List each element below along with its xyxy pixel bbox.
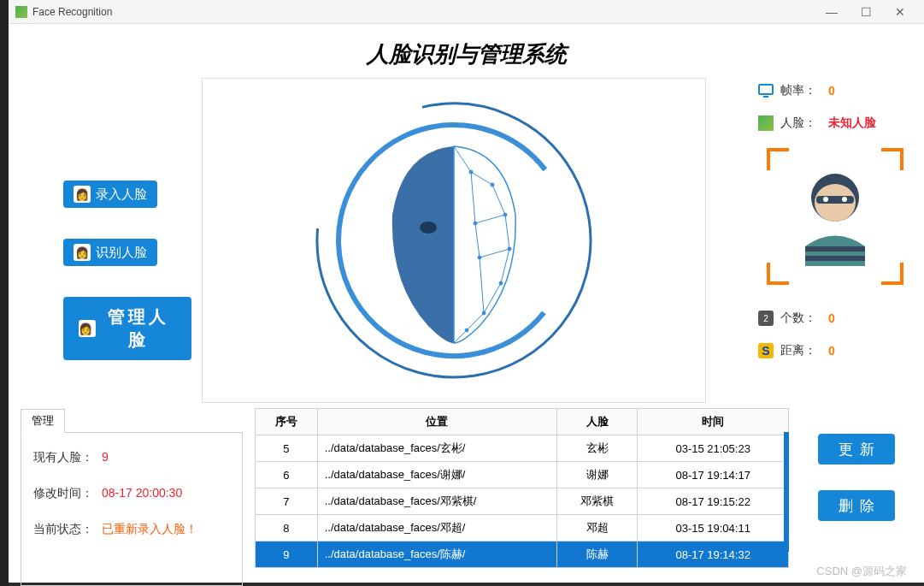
cell-name: 谢娜	[556, 462, 638, 488]
cell-no: 9	[256, 542, 318, 568]
monitor-icon	[758, 83, 774, 98]
cell-path: ../data/database_faces/玄彬/	[317, 435, 556, 462]
fps-label: 帧率：	[780, 83, 821, 98]
info-value: 08-17 20:00:30	[102, 486, 182, 501]
svg-line-12	[471, 172, 492, 185]
update-button[interactable]: 更新	[818, 434, 895, 465]
sidebar: 👩 录入人脸 👩 识别人脸 👩 管理人脸	[21, 78, 191, 403]
nav-label: 管理人脸	[101, 305, 176, 352]
cell-time: 03-15 21:05:23	[638, 435, 789, 462]
minimize-button[interactable]: —	[815, 5, 849, 19]
col-path: 位置	[317, 409, 556, 435]
maximize-button[interactable]: ☐	[849, 5, 883, 19]
cell-no: 7	[256, 488, 318, 515]
window-title: Face Recognition	[32, 6, 815, 18]
svg-line-14	[505, 215, 509, 249]
cell-no: 5	[256, 435, 318, 462]
face-label: 人脸：	[780, 115, 821, 131]
svg-line-21	[480, 257, 484, 313]
cell-path: ../data/database_faces/谢娜/	[317, 462, 556, 488]
cell-path: ../data/database_faces/邓超/	[317, 515, 556, 542]
col-no: 序号	[256, 409, 318, 435]
info-label: 修改时间：	[33, 486, 102, 501]
svg-line-17	[467, 313, 484, 330]
table-row[interactable]: 6../data/database_faces/谢娜/谢娜08-17 19:14…	[256, 462, 789, 488]
person-icon: 👩	[74, 244, 91, 261]
dist-label: 距离：	[780, 343, 821, 358]
tab-manage[interactable]: 管理	[21, 409, 65, 433]
delete-button[interactable]: 删除	[818, 490, 895, 521]
table-row[interactable]: 7../data/database_faces/邓紫棋/邓紫棋08-17 19:…	[256, 488, 789, 515]
svg-rect-32	[805, 246, 865, 252]
face-icon	[758, 115, 774, 131]
cell-path: ../data/database_faces/陈赫/	[317, 542, 556, 568]
svg-line-13	[492, 185, 505, 215]
dist-value: 0	[828, 344, 835, 358]
svg-rect-33	[805, 256, 865, 261]
avatar-icon	[788, 165, 882, 268]
cell-time: 03-15 19:04:11	[638, 515, 789, 542]
stats-panel: 帧率： 0 人脸： 未知人脸	[758, 78, 912, 403]
cell-name: 邓紫棋	[556, 488, 638, 515]
col-time: 时间	[638, 409, 789, 435]
cell-time: 08-17 19:14:32	[638, 542, 789, 568]
person-icon: 👩	[74, 186, 91, 203]
nav-label: 识别人脸	[96, 245, 147, 261]
svg-rect-25	[759, 85, 773, 94]
faces-table[interactable]: 序号 位置 人脸 时间 5../data/database_faces/玄彬/玄…	[255, 408, 789, 568]
table-row[interactable]: 5../data/database_faces/玄彬/玄彬03-15 21:05…	[256, 435, 789, 462]
table-row[interactable]: 9../data/database_faces/陈赫/陈赫08-17 19:14…	[256, 542, 789, 568]
page-header: 人脸识别与管理系统	[9, 24, 924, 78]
svg-line-15	[501, 249, 509, 283]
svg-point-30	[823, 197, 828, 202]
svg-line-23	[480, 249, 509, 257]
face-value: 未知人脸	[828, 115, 876, 131]
nav-enroll-face[interactable]: 👩 录入人脸	[63, 181, 157, 208]
svg-line-22	[475, 215, 505, 223]
col-name: 人脸	[556, 409, 638, 435]
watermark: CSDN @源码之家	[816, 564, 907, 579]
nav-manage-face[interactable]: 👩 管理人脸	[63, 297, 191, 360]
face-preview	[202, 78, 706, 403]
fps-value: 0	[828, 84, 835, 98]
info-label: 现有人脸：	[33, 450, 102, 465]
table-row[interactable]: 8../data/database_faces/邓超/邓超03-15 19:04…	[256, 515, 789, 542]
svg-line-11	[454, 146, 471, 172]
svg-point-24	[420, 222, 437, 234]
count-label: 个数：	[780, 311, 821, 326]
cell-name: 玄彬	[556, 435, 638, 462]
nav-recognize-face[interactable]: 👩 识别人脸	[63, 239, 157, 266]
svg-line-20	[475, 223, 480, 257]
cell-time: 08-17 19:15:22	[638, 488, 789, 515]
close-button[interactable]: ✕	[883, 5, 917, 19]
info-value: 9	[102, 450, 109, 465]
count-value: 0	[828, 311, 835, 325]
app-icon	[15, 6, 27, 18]
page-title: 人脸识别与管理系统	[9, 39, 924, 69]
cell-no: 6	[256, 462, 318, 488]
cell-name: 陈赫	[556, 542, 638, 568]
info-label: 当前状态：	[33, 522, 102, 537]
cell-no: 8	[256, 515, 318, 542]
manage-info: 现有人脸：9 修改时间：08-17 20:00:30 当前状态：已重新录入人脸！	[21, 432, 243, 586]
info-value: 已重新录入人脸！	[102, 522, 197, 537]
svg-rect-29	[816, 196, 854, 204]
cell-name: 邓超	[556, 515, 638, 542]
nav-label: 录入人脸	[96, 186, 147, 203]
distance-icon: S	[758, 343, 774, 358]
cell-path: ../data/database_faces/邓紫棋/	[317, 488, 556, 515]
svg-line-19	[471, 172, 475, 223]
detection-preview	[767, 148, 903, 285]
face-scan-graphic	[300, 86, 608, 394]
titlebar: Face Recognition — ☐ ✕	[9, 0, 924, 24]
scrollbar[interactable]	[784, 432, 789, 552]
count-icon: 2	[758, 311, 774, 326]
svg-point-31	[842, 197, 847, 202]
person-icon: 👩	[79, 320, 96, 337]
cell-time: 08-17 19:14:17	[638, 462, 789, 488]
